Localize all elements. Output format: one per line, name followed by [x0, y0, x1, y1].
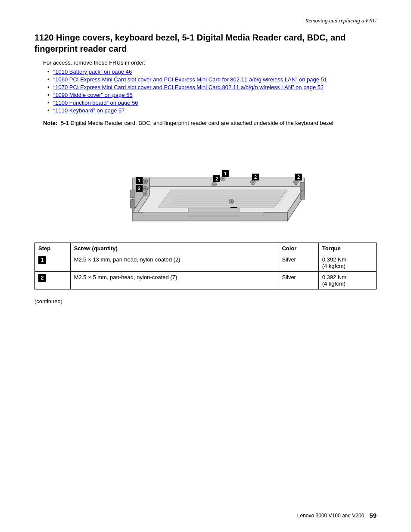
svg-rect-14 — [130, 199, 134, 208]
fru-link-1100[interactable]: “1100 Function board” on page 56 — [53, 100, 138, 106]
page-header: Removing and replacing a FRU — [34, 17, 377, 24]
step-badge-2: 2 — [38, 274, 46, 282]
svg-marker-6 — [158, 190, 287, 207]
intro-text: For access, remove these FRUs in order: — [43, 59, 377, 66]
col-header-color: Color — [278, 243, 318, 254]
screw-desc-1: M2.5 × 13 mm, pan-head, nylon-coated (2) — [70, 254, 278, 272]
svg-text:2: 2 — [297, 174, 300, 180]
screw-desc-2: M2.5 × 5 mm, pan-head, nylon-coated (7) — [70, 272, 278, 289]
svg-text:1: 1 — [224, 171, 227, 176]
fru-link-1110[interactable]: “1110 Keyboard” on page 57 — [53, 107, 125, 114]
diagram-area: 1 2 2 1 — [34, 135, 377, 230]
fru-link-1010[interactable]: “1010 Battery pack” on page 46 — [53, 68, 132, 75]
color-2: Silver — [278, 272, 318, 289]
svg-rect-57 — [143, 212, 264, 216]
step-badge-1: 1 — [38, 256, 46, 264]
table-row: 2 M2.5 × 5 mm, pan-head, nylon-coated (7… — [35, 272, 377, 289]
laptop-diagram: 1 2 2 1 — [93, 135, 318, 230]
svg-text:2: 2 — [138, 186, 140, 191]
svg-text:2: 2 — [215, 176, 218, 181]
fru-link-1090[interactable]: “1090 Middle cover” on page 55 — [53, 92, 133, 98]
page-footer: Lenovo 3000 V100 and V200 59 — [297, 512, 377, 519]
col-header-torque: Torque — [318, 243, 376, 254]
torque-1: 0.392 Nm (4 kgfcm) — [318, 254, 376, 272]
svg-rect-17 — [300, 192, 305, 199]
list-item: “1070 PCI Express Mini Card slot cover a… — [47, 84, 377, 90]
note-text: 5-1 Digital Media Reader card, BDC, and … — [61, 120, 335, 126]
svg-rect-15 — [130, 190, 134, 198]
footer-page: 59 — [369, 512, 377, 519]
step-cell: 1 — [35, 254, 71, 272]
note-label: Note: — [43, 120, 57, 126]
col-header-screw: Screw (quantity) — [70, 243, 278, 254]
fru-list: “1010 Battery pack” on page 46 “1060 PCI… — [47, 68, 377, 114]
chapter-title: Removing and replacing a FRU — [305, 17, 377, 24]
svg-text:1: 1 — [138, 178, 140, 183]
list-item: “1090 Middle cover” on page 55 — [47, 92, 377, 98]
list-item: “1060 PCI Express Mini Card slot cover a… — [47, 76, 377, 83]
screw-table: Step Screw (quantity) Color Torque 1 M2.… — [34, 243, 377, 289]
list-item: “1100 Function board” on page 56 — [47, 100, 377, 106]
svg-text:2: 2 — [254, 174, 257, 180]
svg-rect-16 — [300, 182, 305, 191]
col-header-step: Step — [35, 243, 71, 254]
section-title: 1120 Hinge covers, keyboard bezel, 5-1 D… — [34, 32, 377, 54]
fru-link-1060[interactable]: “1060 PCI Express Mini Card slot cover a… — [53, 76, 327, 83]
step-cell: 2 — [35, 272, 71, 289]
list-item: “1110 Keyboard” on page 57 — [47, 107, 377, 114]
svg-marker-4 — [149, 178, 305, 187]
footer-brand: Lenovo 3000 V100 and V200 — [297, 513, 364, 519]
color-1: Silver — [278, 254, 318, 272]
continued-text: (continued) — [34, 298, 377, 305]
note-block: Note: 5-1 Digital Media Reader card, BDC… — [43, 120, 377, 126]
torque-2: 0.392 Nm (4 kgfcm) — [318, 272, 376, 289]
table-row: 1 M2.5 × 13 mm, pan-head, nylon-coated (… — [35, 254, 377, 272]
list-item: “1010 Battery pack” on page 46 — [47, 68, 377, 75]
fru-link-1070[interactable]: “1070 PCI Express Mini Card slot cover a… — [53, 84, 324, 90]
